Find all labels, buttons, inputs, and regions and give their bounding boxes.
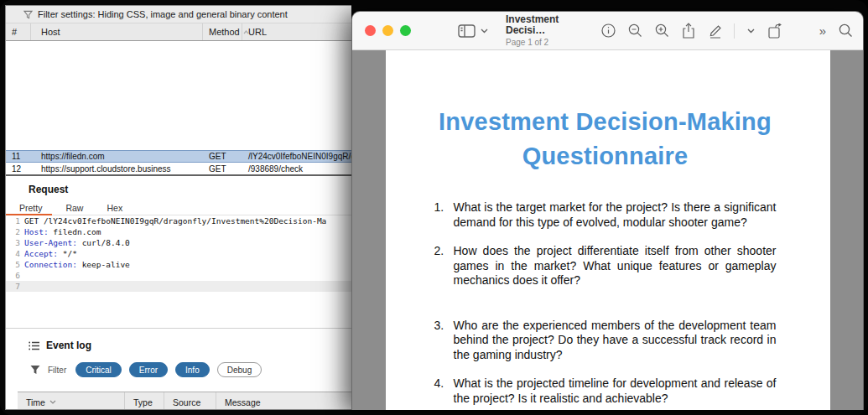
event-log-panel: Event log Filter Critical Error Info Deb…	[6, 329, 351, 409]
funnel-icon	[23, 10, 33, 19]
request-code-view[interactable]: 1GET /lY24cv0IfefboNEIN0I9gqR/dragonfly/…	[6, 215, 351, 292]
zoom-window-button[interactable]	[400, 25, 411, 36]
list-item: 1. What is the target market for the pro…	[434, 200, 777, 230]
search-button[interactable]	[839, 23, 853, 38]
minimize-button[interactable]	[382, 25, 393, 36]
zoom-in-button[interactable]	[655, 23, 669, 38]
request-empty-space	[6, 292, 351, 329]
filter-settings-text: Filter settings: Hiding CSS, image and g…	[38, 9, 288, 19]
filter-settings-bar[interactable]: Filter settings: Hiding CSS, image and g…	[6, 6, 351, 23]
window-title: Investment Decisi…	[506, 14, 601, 36]
filter-pill-error[interactable]: Error	[129, 362, 168, 377]
close-button[interactable]	[365, 25, 376, 36]
event-log-table-header: Time Type Source Message	[18, 392, 351, 409]
share-button[interactable]	[682, 23, 695, 39]
flow-row-11[interactable]: 11 https://filedn.com GET /lY24cv0Ifefbo…	[6, 150, 351, 163]
code-line: 4Accept: */*	[6, 248, 351, 259]
flow-method: GET	[203, 164, 242, 174]
column-header-num[interactable]: #	[6, 23, 31, 40]
filter-pill-critical[interactable]: Critical	[75, 362, 122, 377]
markup-dropdown-chevron[interactable]	[747, 29, 755, 34]
more-toolbar-items-button[interactable]: »	[819, 24, 826, 37]
sidebar-toggle[interactable]	[458, 24, 488, 38]
question-list: 1. What is the target market for the pro…	[434, 200, 777, 406]
column-header-type[interactable]: Type	[125, 392, 164, 409]
window-title-block: Investment Decisi… Page 1 of 2	[506, 14, 601, 48]
flow-host: https://filedn.com	[31, 152, 203, 161]
flow-row-12[interactable]: 12 https://support.cloudstore.business G…	[6, 163, 351, 174]
tab-raw[interactable]: Raw	[54, 200, 95, 215]
filter-pill-info[interactable]: Info	[175, 362, 210, 377]
code-line-current: 7	[6, 281, 351, 292]
tab-pretty[interactable]: Pretty	[6, 200, 54, 215]
tab-hex[interactable]: Hex	[95, 200, 134, 215]
pdf-page: Investment Decision-Making Questionnaire…	[386, 50, 830, 410]
filter-label: Filter	[48, 366, 66, 375]
event-log-header: Event log	[6, 329, 351, 351]
zoom-out-button[interactable]	[628, 23, 642, 38]
event-log-filter-row: Filter Critical Error Info Debug	[6, 351, 351, 377]
column-header-source[interactable]: Source	[164, 392, 216, 409]
code-line: 1GET /lY24cv0IfefboNEIN0I9gqR/dragonfly/…	[6, 215, 351, 226]
chevron-down-icon	[481, 29, 488, 34]
list-item: 4. What is the projected timeline for de…	[434, 376, 777, 406]
code-line: 5Connection: keep-alive	[6, 259, 351, 270]
column-header-method[interactable]: Method	[203, 23, 242, 40]
column-header-url[interactable]: URL	[242, 23, 351, 40]
list-item: 2. How does the project differentiate it…	[434, 244, 777, 288]
flow-host: https://support.cloudstore.business	[31, 164, 203, 174]
list-item: 3. Who are the experienced members of th…	[434, 319, 777, 363]
code-line: 6	[6, 270, 351, 281]
list-icon	[29, 341, 39, 350]
funnel-icon	[30, 365, 40, 375]
column-header-message[interactable]: Message	[216, 392, 351, 409]
flow-url: /938689/check	[242, 164, 351, 174]
preview-window: Investment Decisi… Page 1 of 2	[351, 11, 864, 410]
column-header-host[interactable]: Host	[31, 23, 203, 40]
rotate-button[interactable]	[767, 23, 783, 39]
code-line: 3User-Agent: curl/8.4.0	[6, 237, 351, 248]
markup-button[interactable]	[708, 23, 735, 39]
code-line: 2Host: filedn.com	[6, 226, 351, 237]
flows-table-header: # Host Method URL	[6, 23, 351, 41]
preview-toolbar: »	[601, 23, 853, 39]
request-panel-title: Request	[6, 176, 351, 200]
screenshot-canvas: Filter settings: Hiding CSS, image and g…	[0, 0, 868, 415]
document-title: Investment Decision-Making Questionnaire	[418, 105, 793, 174]
sidebar-icon	[458, 24, 476, 38]
flow-num: 12	[6, 164, 31, 174]
info-button[interactable]	[601, 23, 616, 38]
request-tabs: Pretty Raw Hex	[6, 200, 351, 215]
proxy-window: Filter settings: Hiding CSS, image and g…	[5, 5, 351, 410]
flow-url: /lY24cv0IfefboNEIN0I9gqR/d	[242, 152, 351, 161]
sort-asc-icon	[243, 30, 249, 34]
pdf-viewport[interactable]: Investment Decision-Making Questionnaire…	[352, 50, 863, 410]
flow-method: GET	[203, 152, 242, 161]
preview-titlebar[interactable]: Investment Decisi… Page 1 of 2	[352, 12, 863, 50]
column-header-time[interactable]: Time	[18, 392, 125, 409]
active-tab-indicator	[6, 214, 52, 215]
event-log-title: Event log	[46, 340, 91, 351]
request-panel: Request Pretty Raw Hex 1GET /lY24cv0Ifef…	[6, 176, 351, 329]
sort-desc-icon	[49, 400, 56, 404]
page-indicator: Page 1 of 2	[506, 37, 601, 48]
flow-num: 11	[6, 152, 31, 161]
traffic-lights	[365, 25, 411, 36]
filter-pill-debug[interactable]: Debug	[217, 362, 262, 377]
flows-table-body: 11 https://filedn.com GET /lY24cv0Ifefbo…	[6, 41, 351, 174]
